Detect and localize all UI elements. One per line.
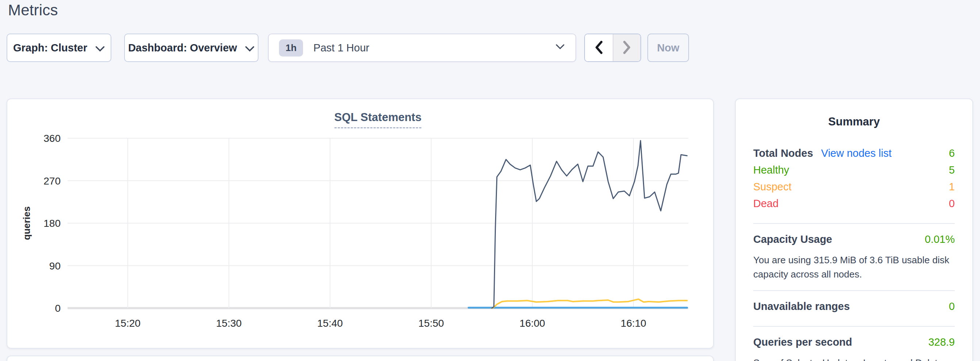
divider (753, 290, 955, 291)
unavailable-ranges-label: Unavailable ranges (753, 301, 850, 312)
y-tick-label: 180 (43, 218, 60, 229)
total-nodes-value: 6 (949, 147, 955, 159)
page-title: Metrics (8, 2, 58, 19)
capacity-usage-description: You are using 315.9 MiB of 3.6 TiB usabl… (753, 253, 955, 282)
queries-per-second-value: 328.9 (928, 336, 955, 348)
graph-dropdown[interactable]: Graph: Cluster (6, 33, 111, 62)
chevron-left-icon (594, 41, 603, 55)
y-axis-label: queries (21, 206, 32, 240)
sql-statements-chart-card: SQL Statements 09018027036015:2015:3015:… (6, 98, 714, 348)
x-tick-label: 15:40 (317, 318, 343, 329)
queries-per-second-description: Sum of Selects, Updates, Inserts, and De… (753, 356, 955, 361)
chevron-right-icon (622, 41, 631, 55)
time-window-label: Past 1 Hour (313, 42, 556, 54)
capacity-usage-value: 0.01% (925, 233, 955, 245)
time-window-picker[interactable]: 1h Past 1 Hour (268, 33, 576, 62)
now-button[interactable]: Now (648, 33, 689, 62)
suspect-nodes-label: Suspect (753, 181, 792, 193)
suspect-nodes-value: 1 (949, 181, 955, 193)
dashboard-dropdown-label: Dashboard: Overview (128, 42, 237, 54)
next-chart-card-partial (6, 356, 714, 361)
dead-nodes-row: Dead 0 (753, 198, 955, 214)
dead-nodes-value: 0 (949, 198, 955, 210)
x-tick-label: 15:50 (418, 318, 444, 329)
healthy-nodes-label: Healthy (753, 164, 789, 176)
unavailable-ranges-row: Unavailable ranges 0 (753, 301, 955, 317)
divider (753, 223, 955, 224)
queries-per-second-row: Queries per second 328.9 (753, 336, 955, 353)
chevron-down-icon (245, 43, 255, 55)
time-window-badge: 1h (279, 40, 303, 57)
suspect-nodes-row: Suspect 1 (753, 181, 955, 198)
y-tick-label: 270 (43, 176, 60, 187)
chevron-down-icon (556, 44, 565, 51)
sql-statements-chart[interactable]: 09018027036015:2015:3015:4015:5016:0016:… (7, 99, 713, 348)
chevron-down-icon (95, 43, 105, 55)
summary-panel: Summary Total Nodes View nodes list 6 He… (735, 98, 973, 361)
toolbar: Graph: Cluster Dashboard: Overview 1h Pa… (0, 33, 980, 62)
next-timespan-button[interactable] (612, 34, 640, 61)
queries-per-second-label: Queries per second (753, 336, 852, 348)
x-tick-label: 16:00 (520, 318, 545, 329)
total-nodes-label: Total Nodes (753, 147, 813, 159)
time-pager (584, 33, 641, 62)
capacity-usage-row: Capacity Usage 0.01% (753, 233, 955, 250)
capacity-usage-label: Capacity Usage (753, 233, 832, 245)
summary-rows: Total Nodes View nodes list 6 Healthy 5 … (753, 147, 955, 214)
healthy-nodes-row: Healthy 5 (753, 164, 955, 181)
unavailable-ranges-value: 0 (949, 301, 955, 312)
y-tick-label: 0 (55, 302, 60, 314)
divider (753, 326, 955, 327)
x-tick-label: 16:10 (621, 318, 646, 329)
dashboard-dropdown[interactable]: Dashboard: Overview (124, 33, 259, 62)
graph-dropdown-label: Graph: Cluster (13, 42, 87, 54)
healthy-nodes-value: 5 (949, 164, 955, 176)
x-tick-label: 15:30 (216, 318, 242, 329)
y-tick-label: 360 (43, 133, 60, 144)
view-nodes-list-link[interactable]: View nodes list (821, 147, 892, 159)
chart-line-dark-blue-line (492, 141, 687, 309)
dead-nodes-label: Dead (753, 198, 778, 210)
metrics-page: Metrics Graph: Cluster Dashboard: Overvi… (0, 0, 980, 361)
total-nodes-row: Total Nodes View nodes list 6 (753, 147, 955, 164)
y-tick-label: 90 (49, 260, 60, 272)
previous-timespan-button[interactable] (585, 34, 612, 61)
summary-title: Summary (753, 115, 955, 128)
x-tick-label: 15:20 (115, 318, 141, 329)
